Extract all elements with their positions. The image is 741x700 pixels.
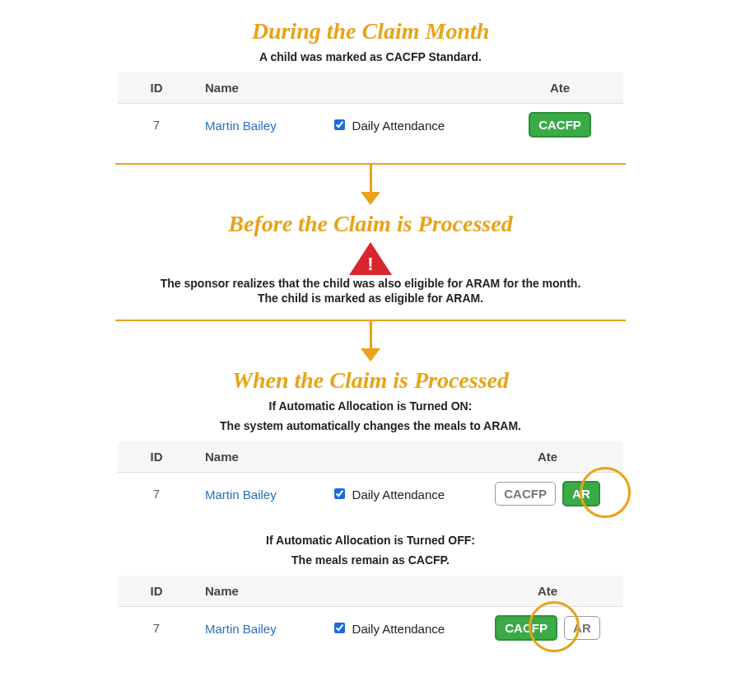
auto-off-title: If Automatic Allocation is Turned OFF: [25,534,716,547]
section3-heading: When the Claim is Processed [25,366,716,394]
col-ate: Ate [472,574,625,606]
cacfp-badge-active[interactable]: CACFP [495,615,557,641]
cell-ate: CACFP [496,103,625,147]
col-name: Name [195,440,472,472]
table-row: 7 Martin Bailey Daily Attendance CACFP [117,103,625,147]
table-row: 7 Martin Bailey Daily Attendance CACFP A… [117,472,625,516]
daily-attendance-checkbox[interactable] [334,488,345,499]
col-name: Name [195,574,472,606]
daily-attendance-checkbox[interactable] [334,119,345,130]
col-name: Name [195,71,496,103]
table-row: 7 Martin Bailey Daily Attendance CACFP A… [117,606,625,650]
auto-off-sub: The meals remain as CACFP. [25,553,716,567]
cell-ate: CACFP AR [472,472,625,516]
cell-id: 7 [117,103,196,147]
section2-line1: The sponsor realizes that the child was … [25,277,716,290]
cell-name: Martin Bailey Daily Attendance [195,472,472,516]
section3-on-table-wrap: ID Name Ate 7 Martin Bailey Daily Attend… [115,439,626,517]
section3-off-table-wrap: ID Name Ate 7 Martin Bailey Daily Attend… [115,573,626,651]
col-ate: Ate [496,71,625,103]
arrow-stem-2 [370,320,372,348]
section1-subtext: A child was marked as CACFP Standard. [25,50,716,63]
daily-attendance-checkbox[interactable] [334,623,345,633]
cell-name: Martin Bailey Daily Attendance [195,606,472,650]
arrow-stem-1 [370,164,372,192]
section1-table-wrap: ID Name Ate 7 Martin Bailey Daily Attend… [115,70,626,148]
col-id: ID [117,440,196,472]
col-id: ID [117,574,196,606]
cell-id: 7 [117,472,196,516]
daily-attendance-label: Daily Attendance [352,622,445,636]
auto-on-title: If Automatic Allocation is Turned ON: [25,399,716,413]
ar-badge-active[interactable]: AR [562,481,600,506]
section2-line2: The child is marked as eligible for ARAM… [25,292,716,305]
daily-attendance-label: Daily Attendance [352,488,445,502]
cell-id: 7 [117,606,196,650]
child-name-link[interactable]: Martin Bailey [205,488,277,502]
cell-name: Martin Bailey Daily Attendance [195,103,496,147]
section1-table: ID Name Ate 7 Martin Bailey Daily Attend… [115,70,626,148]
arrow-down-icon [361,348,380,362]
col-id: ID [117,71,196,103]
child-name-link[interactable]: Martin Bailey [205,622,277,636]
cacfp-badge-inactive[interactable]: CACFP [495,482,556,506]
child-name-link[interactable]: Martin Bailey [205,119,277,133]
section3-off-table: ID Name Ate 7 Martin Bailey Daily Attend… [115,573,626,651]
cacfp-badge[interactable]: CACFP [529,112,591,138]
auto-on-sub: The system automatically changes the mea… [25,419,716,432]
ar-badge-inactive[interactable]: AR [564,616,600,640]
section1-heading: During the Claim Month [25,17,716,45]
daily-attendance-label: Daily Attendance [352,119,445,133]
cell-ate: CACFP AR [472,606,625,650]
section2-heading: Before the Claim is Processed [25,210,716,238]
section3-on-table: ID Name Ate 7 Martin Bailey Daily Attend… [115,439,626,517]
col-ate: Ate [472,440,625,472]
arrow-down-icon [361,192,380,205]
warning-icon: ! [349,242,392,275]
